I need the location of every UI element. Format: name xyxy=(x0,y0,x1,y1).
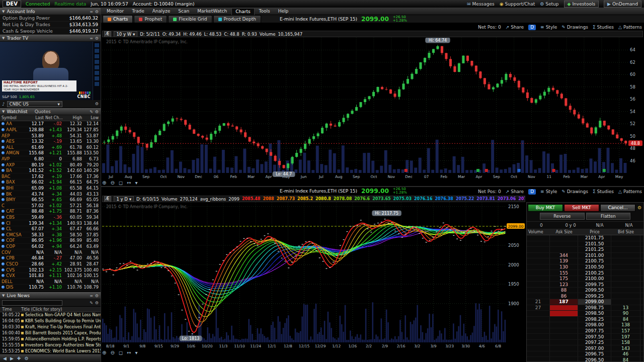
watchlist-row[interactable]: AA12.17-.0212.3212.14 xyxy=(0,121,101,127)
column-header[interactable]: Volume xyxy=(527,230,550,234)
price-cell[interactable]: 2099.00 xyxy=(578,299,611,305)
ondemand-button[interactable]: ▶OnDemand xyxy=(604,1,641,8)
bid-size-cell[interactable]: 84 xyxy=(611,317,640,322)
tab-quotes[interactable]: Quotes xyxy=(35,109,51,114)
gear-icon[interactable]: ⚙ xyxy=(95,301,99,305)
watchlist-row[interactable]: CL67.07+.3467.4766.66 xyxy=(0,226,101,232)
bid-size-cell[interactable] xyxy=(611,276,640,282)
ladder-row[interactable]: 2098.2584 xyxy=(527,317,643,323)
price-cell[interactable]: 2101.25 xyxy=(578,247,611,252)
watchlist-row[interactable]: ALL61.69+.6961.7860.12 xyxy=(0,144,101,150)
ask-size-cell[interactable] xyxy=(550,328,578,334)
ask-size-cell[interactable]: 344 xyxy=(550,253,578,258)
ask-size-cell[interactable]: 86 xyxy=(550,293,578,299)
bid-size-cell[interactable] xyxy=(611,253,640,258)
ladder-row[interactable]: 3442101.00 xyxy=(527,253,643,259)
account-selector[interactable]: Account: D-10040 (margin) xyxy=(133,2,195,7)
watchlist-row[interactable]: CVX101.83+1.11102.16100.15 xyxy=(0,273,101,279)
ladder-row[interactable]: 862099.25 xyxy=(527,293,643,299)
bid-size-cell[interactable] xyxy=(611,241,640,247)
ask-size-cell[interactable]: 175 xyxy=(550,276,578,282)
ladder-row[interactable]: 882099.50 xyxy=(527,288,643,294)
watchlist-row[interactable]: AAPL128.88+1.43129.34127.85 xyxy=(0,127,101,133)
news-filter-select[interactable] xyxy=(2,300,62,306)
reverse-button[interactable]: Reverse xyxy=(540,213,585,220)
collapse-icon[interactable]: ▼ xyxy=(2,36,5,40)
pencil-icon[interactable]: ✎ xyxy=(90,301,93,305)
ask-size-cell[interactable]: 139 xyxy=(550,258,578,264)
menu-icon[interactable]: ≡ xyxy=(90,10,93,14)
symbol-chip[interactable]: ⁄E xyxy=(104,31,111,37)
zoom-in-icon[interactable]: ⊕ xyxy=(102,350,106,355)
ladder-row[interactable]: 2101.75 xyxy=(527,235,643,241)
news-title-column[interactable]: Title (Click for story) xyxy=(21,307,62,312)
symbol-quote-top[interactable]: E-mini Index Futures,ETH (SEP 15) 2099.0… xyxy=(280,15,407,23)
menu-item-help[interactable]: Help xyxy=(275,8,292,15)
news-row[interactable]: 16:05:22Selectica Non-GAAP Q4 Net Loss N… xyxy=(0,312,101,318)
speaker-icon[interactable]: ♪ xyxy=(2,102,5,107)
watchlist-row[interactable]: AES13.32-.1913.6513.30 xyxy=(0,139,101,145)
price-cell[interactable]: 2097.25 xyxy=(578,340,611,345)
live-news-header[interactable]: ▼ Live News ≡⚙ xyxy=(0,292,101,299)
pencil-icon[interactable]: ✎ xyxy=(90,110,93,114)
style-button[interactable]: ≡Style xyxy=(540,25,557,30)
price-cell[interactable]: 2099.75 xyxy=(578,282,611,287)
menu-item-monitor[interactable]: Monitor xyxy=(103,8,127,15)
zoom-out-icon[interactable]: ⊖ xyxy=(110,350,114,355)
ladder-row[interactable]: 1752100.00 xyxy=(527,276,643,282)
gear-icon[interactable]: ⚙ xyxy=(95,36,99,41)
tab-flexible-grid[interactable]: Flexible Grid xyxy=(168,15,212,23)
column-header[interactable]: Low xyxy=(84,116,100,120)
price-cell[interactable]: 2096.75 xyxy=(578,351,611,357)
sell-mkt-button[interactable]: Sell MKT xyxy=(564,204,599,212)
column-header[interactable]: Symbol xyxy=(0,116,26,120)
messages-button[interactable]: ✉Messages xyxy=(467,2,495,7)
menu-icon[interactable]: ≡ xyxy=(90,36,93,41)
gear-icon[interactable]: ⚙ xyxy=(95,102,99,106)
watchlist-row[interactable]: CAT88.48+1.7588.7187.36 xyxy=(0,209,101,215)
price-cell[interactable]: 2101.75 xyxy=(578,235,611,241)
chevron-down-icon[interactable]: ▾ xyxy=(135,350,137,355)
bid-size-cell[interactable] xyxy=(611,235,640,241)
d-aggregation-badge[interactable]: D xyxy=(528,189,536,195)
bid-size-cell[interactable]: 13 xyxy=(611,305,640,311)
ladder-row[interactable]: 2097.50197 xyxy=(527,334,643,340)
menu-item-analyze[interactable]: Analyze xyxy=(149,8,174,15)
bid-size-cell[interactable] xyxy=(611,288,640,293)
drawings-button[interactable]: ✎Drawings xyxy=(561,25,588,30)
bid-size-cell[interactable] xyxy=(611,270,640,276)
studies-button[interactable]: ΣStudies xyxy=(593,25,614,30)
ask-size-cell[interactable] xyxy=(550,235,578,241)
watchlist-row[interactable]: BK43.74+.3444.0343.13 xyxy=(0,191,101,197)
watchlist-row[interactable]: BMY66.55+.6566.6965.05 xyxy=(0,197,101,203)
ask-size-cell[interactable] xyxy=(550,317,578,322)
column-header[interactable]: High xyxy=(63,116,84,120)
symbol-chip[interactable]: ⁄E xyxy=(104,196,111,202)
watchlist-row[interactable]: CPB46.84-.2747.0046.56 xyxy=(0,255,101,261)
watchlist-row[interactable]: DIS110.75+1.10110.76108.79 xyxy=(0,285,101,291)
patterns-button[interactable]: △Patterns xyxy=(618,25,642,30)
collapse-icon[interactable]: ▼ xyxy=(2,110,5,114)
price-chart-top[interactable]: 64626058565452504846JulAugSepOctNovDec06… xyxy=(102,38,643,179)
bid-size-cell[interactable]: 157 xyxy=(611,328,640,334)
ask-size-cell[interactable] xyxy=(550,305,578,311)
watchlist-row[interactable]: BAC17.62+.1917.6617.36 xyxy=(0,173,101,179)
studies-button[interactable]: ΣStudies xyxy=(593,189,614,194)
ask-size-cell[interactable] xyxy=(550,345,578,351)
watchlist-row[interactable]: CBS59.49-.3660.0559.34 xyxy=(0,215,101,221)
zoom-in-icon[interactable]: ⊕ xyxy=(102,180,106,186)
ladder-row[interactable]: 1392100.75 xyxy=(527,258,643,264)
timeframe-select[interactable]: 1 y D▾ xyxy=(114,196,134,202)
style-button[interactable]: ≡Style xyxy=(540,189,557,194)
watchlist-row[interactable]: COVN/AN/AN/AN/A xyxy=(0,249,101,255)
news-time-column[interactable]: Time xyxy=(0,307,21,312)
watchlist-row[interactable]: AVP6.8006.886.73 xyxy=(0,156,101,162)
trader-tv-video[interactable]: HALFTIME REPORT DID RETAIL INVESTORS' BU… xyxy=(0,42,101,100)
bid-size-cell[interactable]: 197 xyxy=(611,334,640,339)
ladder-row[interactable]: 2097.75157 xyxy=(527,328,643,334)
ask-size-cell[interactable] xyxy=(550,357,578,361)
watchlist-row[interactable]: CVS102.13+2.15102.375100.40 xyxy=(0,267,101,273)
ask-size-cell[interactable] xyxy=(550,322,578,328)
pan-icon[interactable]: ↔ xyxy=(127,350,131,355)
cancel-button[interactable]: Cancel... xyxy=(600,204,635,212)
